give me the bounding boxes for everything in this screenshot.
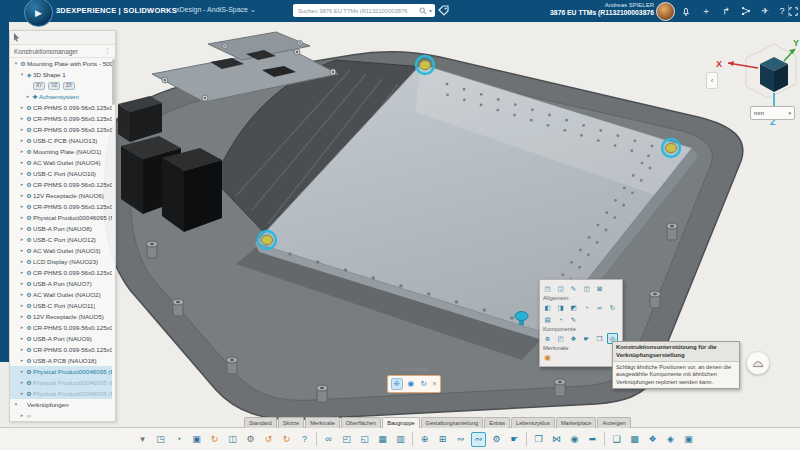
fullscreen-icon[interactable] (786, 3, 800, 19)
unit-selector[interactable]: mm ▾ (750, 106, 795, 120)
rename-icon[interactable]: ✎ (568, 314, 579, 325)
insert-component-icon[interactable]: ◰ (555, 333, 566, 344)
tree-item[interactable]: ▾Verknüpfungen (10, 399, 112, 410)
smart-mate-icon[interactable]: ⊕ (417, 432, 432, 447)
refresh-icon[interactable]: ↻ (207, 432, 222, 447)
mate-icon[interactable]: ∾ (453, 432, 468, 447)
add-icon[interactable]: ＋ (698, 3, 714, 19)
suggested-position-top[interactable] (416, 56, 434, 74)
pattern-icon[interactable]: ▦ (375, 432, 390, 447)
move-component-icon[interactable]: ⊕ (542, 333, 553, 344)
plane-chip-row[interactable]: XYYZZX (10, 80, 112, 91)
tree-item[interactable]: ▸⚙CR-PHMS 0.099-56x0.125x0.125 (10, 322, 112, 333)
grab-icon[interactable]: ☛ (507, 432, 522, 447)
workspace-switcher[interactable]: xDesign - AndiS-Space ⌄ (176, 6, 256, 14)
tab-extras[interactable]: Extras (484, 417, 510, 428)
frame-icon[interactable]: ❑ (609, 432, 624, 447)
avatar[interactable] (656, 2, 675, 21)
search-icon[interactable] (419, 7, 427, 15)
tree-item[interactable]: ▸⚙Physical Product00046095 (NAUO (10, 212, 112, 223)
update-icon[interactable]: ↻ (607, 302, 618, 313)
suggestion-refresh-icon[interactable]: ↻ (419, 379, 429, 389)
mate-settings-icon[interactable]: ⚙ (489, 432, 504, 447)
duplicate-icon[interactable]: ◫ (225, 432, 240, 447)
tree-item[interactable]: ▸⚙Mounting Plate (NAUO1) (10, 146, 112, 157)
tree-item[interactable]: ▸⚙AC Wall Outlet (NAUO4) (10, 157, 112, 168)
tab-baugruppe[interactable]: Baugruppe (382, 417, 419, 428)
settings-icon[interactable]: ⚙ (243, 432, 258, 447)
tag-icon[interactable] (437, 4, 450, 17)
tab-lebenszyklus[interactable]: Lebenszyklus (511, 417, 555, 428)
tree-item[interactable]: ▸⚙AC Wall Outlet (NAUO2) (10, 289, 112, 300)
tree-item[interactable]: ▸⚙Physical Product00046095 (Phys (10, 388, 112, 399)
tree-item[interactable]: ▸⚙AC Wall Outlet (NAUO3) (10, 245, 112, 256)
grab-icon[interactable]: ☛ (581, 333, 592, 344)
structure-icon[interactable]: ▥ (393, 432, 408, 447)
play-component-icon[interactable]: ◳ (542, 283, 553, 294)
derive-icon[interactable]: ◈ (663, 432, 678, 447)
tab-marketplace[interactable]: Marketplace (556, 417, 596, 428)
kebab-menu-icon[interactable]: ⋮ (104, 47, 111, 55)
mate-assist-icon[interactable]: ∾ (471, 432, 486, 447)
share-session-icon[interactable]: ◳ (153, 432, 168, 447)
tree-item[interactable]: ▸⚙USB-A Port (NAUO7) (10, 278, 112, 289)
help-icon[interactable]: ? (297, 432, 312, 447)
copy-icon[interactable]: ◫ (581, 283, 592, 294)
export-icon[interactable]: ➦ (585, 432, 600, 447)
tree-item[interactable]: ▸⚙CR-PHMS 0.099-56x0.125x0.125 (10, 113, 112, 124)
toolbar-expand-icon[interactable]: ▾ (135, 432, 150, 447)
component-info-icon[interactable]: ◉ (567, 432, 582, 447)
tree-item[interactable]: ▸⚙USB-C Port (NAUO12) (10, 234, 112, 245)
assistant-button[interactable] (746, 351, 770, 375)
tree-item[interactable]: ▸⚙CR-PHMS 0.099-56x0.125x0.125 (10, 179, 112, 190)
search-scope-chevron-icon[interactable]: ▾ (429, 7, 432, 14)
tab-skizze[interactable]: Skizze (278, 417, 304, 428)
pattern-icon[interactable]: ❖ (568, 333, 579, 344)
history-icon[interactable]: ◔ (581, 302, 592, 313)
plane-chip[interactable]: XY (33, 82, 45, 90)
tree-scrollbar[interactable] (112, 59, 115, 105)
tree-item[interactable]: ▸⚙LCD Display (NAUO23) (10, 256, 112, 267)
suggestion-count-icon[interactable]: ◉ (406, 379, 416, 389)
tab-anzeigen[interactable]: Anzeigen (597, 417, 630, 428)
tree-item[interactable]: ▸⚙CR-PHMS 0.099-56x0.125x0.125 (10, 344, 112, 355)
undo-icon[interactable]: ↺ (261, 432, 276, 447)
redo-icon[interactable]: ↻ (279, 432, 294, 447)
plane-chip[interactable]: YZ (48, 82, 60, 90)
move-component-icon[interactable]: ⊞ (435, 432, 450, 447)
tree-item[interactable]: ▸⚙CR-PHMS 0.099-56x0.125x0.125 (10, 102, 112, 113)
plane-chip[interactable]: ZX (63, 82, 75, 90)
insert-assembly-icon[interactable]: ◱ (357, 432, 372, 447)
search-input[interactable] (296, 7, 417, 15)
suggested-position-right[interactable] (662, 139, 680, 157)
tab-oberflächen[interactable]: Oberflächen (341, 417, 381, 428)
jet-icon[interactable]: ✈ (757, 3, 773, 19)
tree-item[interactable]: ▸⚙CR-PHMS 0.099-56x0.125x0.125 (10, 267, 112, 278)
left-action-strip[interactable] (0, 22, 9, 362)
global-search[interactable]: ▾ (293, 4, 435, 17)
user-info[interactable]: Andreas SPIELER 3876 EU TTMs (R113210000… (550, 2, 654, 17)
suggestion-close-icon[interactable]: ✕ (432, 380, 437, 388)
tree-item[interactable]: ▸⚙CR-PHMS 0.099-56x0.125x0.125 (10, 124, 112, 135)
tree-item[interactable]: ▸⚙12V Receptacle (NAUO6) (10, 190, 112, 201)
tree-item[interactable]: ▸⚙USB-A Port (NAUO8) (10, 223, 112, 234)
tree-item[interactable]: ▸⚙Physical Product00046095 (Phys (10, 377, 112, 388)
tab-standard[interactable]: Standard (244, 417, 277, 428)
hide-icon[interactable]: ◧ (542, 302, 553, 313)
gear-mate-icon[interactable]: ❖ (645, 432, 660, 447)
notifications-icon[interactable] (678, 3, 694, 19)
component-pair-icon[interactable]: ❒ (531, 432, 546, 447)
tree-item[interactable]: ▸✚Achsensystem (10, 91, 112, 102)
isolate-icon[interactable]: ◨ (555, 302, 566, 313)
tree-item[interactable]: ▸⚙Physical Product00046095 (Phys (10, 366, 112, 377)
tree-item[interactable]: ▾◈3D Shape 1 (10, 69, 112, 80)
link-icon[interactable]: ∞ (594, 302, 605, 313)
chain-icon[interactable]: ⋈ (549, 432, 564, 447)
edit-icon[interactable]: ✎ (568, 283, 579, 294)
tab-merkmale[interactable]: Merkmale (305, 417, 340, 428)
select-cursor-icon[interactable] (13, 33, 21, 42)
expand-caret-icon[interactable]: ▾ (13, 402, 19, 407)
tree-item[interactable]: ▾⚙Mounting Plate with Ports - 500 (10, 58, 112, 69)
tree-item[interactable]: ▸⚙12V Receptacle (NAUO5) (10, 311, 112, 322)
network-icon[interactable] (738, 3, 754, 19)
